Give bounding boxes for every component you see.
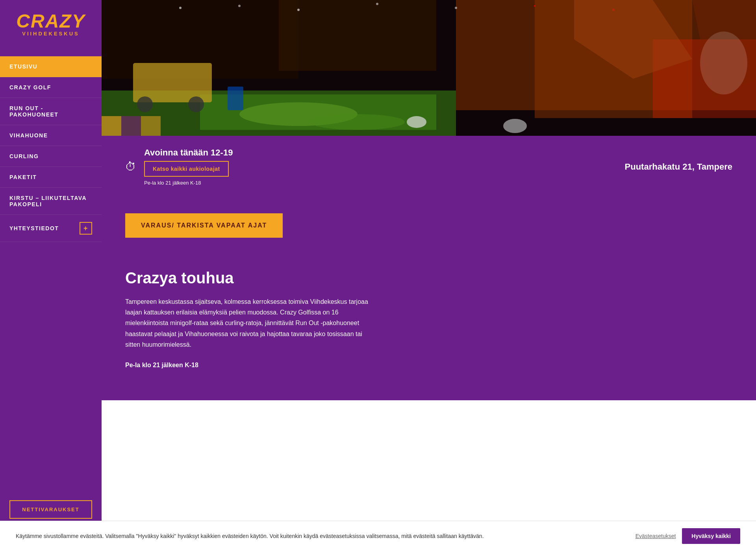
cookie-bar: Käytämme sivustollamme evästeitä. Valits… xyxy=(0,521,756,551)
svg-point-30 xyxy=(407,116,426,128)
sidebar-item-etusivu[interactable]: ETUSIVU xyxy=(0,56,102,77)
nav-label-run-out: RUN OUT -PAKOHUONEET xyxy=(9,105,92,118)
svg-point-22 xyxy=(534,5,536,7)
nav-label-kirstu: KIRSTU – LIIKUTELTAVA PAKOPELI xyxy=(9,195,92,207)
content-body: Tampereen keskustassa sijaitseva, kolmes… xyxy=(125,296,377,350)
varaus-button[interactable]: VARAUS/ TARKISTA VAPAAT AJAT xyxy=(125,213,283,238)
svg-rect-13 xyxy=(141,116,161,136)
hero-svg xyxy=(102,0,756,136)
nav-label-yhteystiedot: YHTEYSTIEDOT xyxy=(9,225,59,231)
nav-label-crazy-golf: CRAZY GOLF xyxy=(9,84,51,91)
sidebar: CRAZY VIIHDEKESKUS ETUSIVU CRAZY GOLF RU… xyxy=(0,0,102,551)
svg-point-15 xyxy=(137,96,153,112)
info-buttons: Avoinna tänään 12-19 Katso kaikki aukiol… xyxy=(144,148,233,186)
nav-label-curling: CURLING xyxy=(9,153,39,159)
svg-rect-12 xyxy=(121,116,141,136)
svg-point-19 xyxy=(297,9,300,11)
hyvaksy-kaikki-button[interactable]: Hyväksy kaikki xyxy=(682,528,740,544)
nav-label-etusivu: ETUSIVU xyxy=(9,63,37,70)
svg-point-18 xyxy=(238,5,241,7)
info-left: ⏱ Avoinna tänään 12-19 Katso kaikki auki… xyxy=(125,148,233,186)
brand-name: CRAZY xyxy=(16,12,85,31)
main-content: ⏱ Avoinna tänään 12-19 Katso kaikki auki… xyxy=(102,0,756,551)
clock-icon: ⏱ xyxy=(125,160,136,173)
svg-point-17 xyxy=(179,7,182,9)
sidebar-item-kirstu[interactable]: KIRSTU – LIIKUTELTAVA PAKOPELI xyxy=(0,188,102,215)
k18-note: Pe-la klo 21 jälkeen K-18 xyxy=(144,180,201,186)
brand-subtitle: VIIHDEKESKUS xyxy=(16,31,85,37)
info-bar: ⏱ Avoinna tänään 12-19 Katso kaikki auki… xyxy=(102,136,756,198)
katso-aukioloajat-button[interactable]: Katso kaikki aukioloajat xyxy=(144,161,229,177)
cookie-text: Käytämme sivustollamme evästeitä. Valits… xyxy=(16,533,620,539)
svg-point-26 xyxy=(700,31,747,94)
hero-section xyxy=(102,0,756,136)
booking-section: VARAUS/ TARKISTA VAPAAT AJAT xyxy=(102,198,756,253)
sidebar-item-yhteystiedot[interactable]: YHTEYSTIEDOT + xyxy=(0,215,102,242)
svg-point-20 xyxy=(376,3,378,5)
nav-label-vihahuone: VIHAHUONE xyxy=(9,132,48,139)
svg-point-21 xyxy=(455,7,457,9)
nettivaraukset-button[interactable]: NETTIVARAUKSET xyxy=(9,500,92,519)
content-title: Crazya touhua xyxy=(125,269,732,287)
content-section: Crazya touhua Tampereen keskustassa sija… xyxy=(102,253,756,400)
nav-label-paketit: PAKETIT xyxy=(9,174,37,180)
address-text: Puutarhakatu 21, Tampere xyxy=(625,162,732,172)
svg-rect-27 xyxy=(228,87,243,110)
svg-rect-11 xyxy=(102,116,121,136)
evasteasetukset-link[interactable]: Evästeasetukset xyxy=(636,533,676,539)
nav-menu: ETUSIVU CRAZY GOLF RUN OUT -PAKOHUONEET … xyxy=(0,56,102,492)
logo-area: CRAZY VIIHDEKESKUS xyxy=(0,0,102,44)
open-time-text: Avoinna tänään 12-19 xyxy=(144,148,233,158)
sidebar-item-curling[interactable]: CURLING xyxy=(0,146,102,167)
hero-scene xyxy=(102,0,756,136)
svg-point-31 xyxy=(503,119,527,133)
svg-point-16 xyxy=(188,96,204,112)
svg-rect-5 xyxy=(279,0,436,71)
svg-point-29 xyxy=(310,114,405,130)
sidebar-item-run-out[interactable]: RUN OUT -PAKOHUONEET xyxy=(0,98,102,125)
expand-icon[interactable]: + xyxy=(80,222,92,235)
sidebar-item-crazy-golf[interactable]: CRAZY GOLF xyxy=(0,77,102,98)
sidebar-item-vihahuone[interactable]: VIHAHUONE xyxy=(0,125,102,146)
sidebar-item-paketit[interactable]: PAKETIT xyxy=(0,167,102,188)
content-note: Pe-la klo 21 jälkeen K-18 xyxy=(125,362,732,369)
